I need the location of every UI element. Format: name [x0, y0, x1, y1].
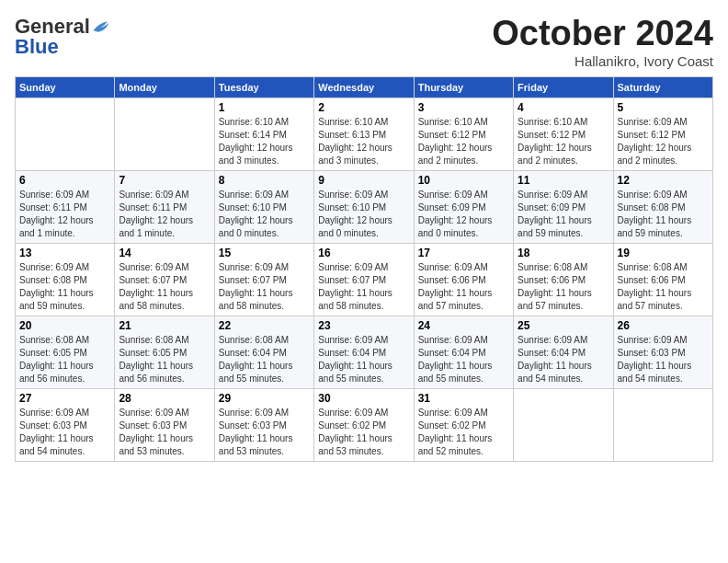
day-info: Sunrise: 6:09 AMSunset: 6:04 PMDaylight:…: [318, 334, 409, 385]
calendar-cell: 6Sunrise: 6:09 AMSunset: 6:11 PMDaylight…: [16, 170, 115, 243]
day-info: Sunrise: 6:09 AMSunset: 6:07 PMDaylight:…: [219, 261, 310, 313]
weekday-header-sunday: Sunday: [16, 76, 115, 98]
day-info: Sunrise: 6:08 AMSunset: 6:05 PMDaylight:…: [19, 334, 110, 385]
calendar-cell: [613, 388, 712, 461]
day-number: 30: [318, 392, 409, 405]
day-info: Sunrise: 6:09 AMSunset: 6:08 PMDaylight:…: [618, 189, 709, 240]
day-number: 3: [418, 101, 509, 114]
day-number: 13: [19, 247, 110, 259]
calendar-cell: 8Sunrise: 6:09 AMSunset: 6:10 PMDaylight…: [214, 170, 313, 243]
calendar-cell: 3Sunrise: 6:10 AMSunset: 6:12 PMDaylight…: [414, 98, 513, 170]
day-number: 7: [119, 174, 210, 187]
day-number: 5: [618, 101, 709, 114]
day-info: Sunrise: 6:09 AMSunset: 6:11 PMDaylight:…: [19, 189, 110, 240]
logo-bird-icon: [92, 17, 110, 36]
logo-blue-text: Blue: [15, 35, 59, 59]
calendar-cell: 13Sunrise: 6:09 AMSunset: 6:08 PMDayligh…: [16, 243, 115, 316]
day-info: Sunrise: 6:08 AMSunset: 6:04 PMDaylight:…: [219, 334, 310, 385]
day-info: Sunrise: 6:09 AMSunset: 6:09 PMDaylight:…: [418, 189, 509, 240]
day-number: 2: [318, 101, 409, 114]
logo: General Blue: [15, 15, 110, 59]
calendar-week-row: 20Sunrise: 6:08 AMSunset: 6:05 PMDayligh…: [16, 316, 713, 388]
day-number: 16: [318, 247, 409, 259]
day-info: Sunrise: 6:09 AMSunset: 6:04 PMDaylight:…: [418, 334, 509, 385]
day-info: Sunrise: 6:09 AMSunset: 6:07 PMDaylight:…: [318, 261, 409, 313]
day-info: Sunrise: 6:08 AMSunset: 6:05 PMDaylight:…: [119, 334, 210, 385]
day-info: Sunrise: 6:09 AMSunset: 6:11 PMDaylight:…: [119, 189, 210, 240]
day-info: Sunrise: 6:09 AMSunset: 6:06 PMDaylight:…: [418, 261, 509, 313]
day-number: 11: [518, 174, 609, 187]
calendar-cell: 12Sunrise: 6:09 AMSunset: 6:08 PMDayligh…: [613, 170, 712, 243]
calendar-table: SundayMondayTuesdayWednesdayThursdayFrid…: [15, 76, 713, 462]
day-info: Sunrise: 6:09 AMSunset: 6:03 PMDaylight:…: [219, 407, 310, 458]
day-info: Sunrise: 6:09 AMSunset: 6:08 PMDaylight:…: [19, 261, 110, 313]
calendar-cell: 17Sunrise: 6:09 AMSunset: 6:06 PMDayligh…: [414, 243, 513, 316]
day-number: 23: [318, 319, 409, 332]
month-title: October 2024: [492, 15, 713, 53]
day-info: Sunrise: 6:09 AMSunset: 6:03 PMDaylight:…: [119, 407, 210, 458]
day-number: 17: [418, 247, 509, 259]
day-number: 25: [518, 319, 609, 332]
calendar-week-row: 13Sunrise: 6:09 AMSunset: 6:08 PMDayligh…: [16, 243, 713, 316]
day-info: Sunrise: 6:09 AMSunset: 6:10 PMDaylight:…: [318, 189, 409, 240]
weekday-header-saturday: Saturday: [613, 76, 712, 98]
day-number: 18: [518, 247, 609, 259]
day-info: Sunrise: 6:09 AMSunset: 6:10 PMDaylight:…: [219, 189, 310, 240]
day-info: Sunrise: 6:08 AMSunset: 6:06 PMDaylight:…: [518, 261, 609, 313]
calendar-cell: 9Sunrise: 6:09 AMSunset: 6:10 PMDaylight…: [314, 170, 414, 243]
day-number: 15: [219, 247, 310, 259]
day-info: Sunrise: 6:10 AMSunset: 6:13 PMDaylight:…: [318, 116, 409, 167]
weekday-header-tuesday: Tuesday: [214, 76, 313, 98]
calendar-cell: 29Sunrise: 6:09 AMSunset: 6:03 PMDayligh…: [214, 388, 313, 461]
calendar-cell: 19Sunrise: 6:08 AMSunset: 6:06 PMDayligh…: [613, 243, 712, 316]
calendar-week-row: 27Sunrise: 6:09 AMSunset: 6:03 PMDayligh…: [16, 388, 713, 461]
calendar-cell: 27Sunrise: 6:09 AMSunset: 6:03 PMDayligh…: [16, 388, 115, 461]
day-number: 12: [618, 174, 709, 187]
calendar-cell: 21Sunrise: 6:08 AMSunset: 6:05 PMDayligh…: [115, 316, 214, 388]
day-number: 6: [19, 174, 110, 187]
calendar-cell: [514, 388, 613, 461]
calendar-cell: 23Sunrise: 6:09 AMSunset: 6:04 PMDayligh…: [314, 316, 414, 388]
day-info: Sunrise: 6:09 AMSunset: 6:09 PMDaylight:…: [518, 189, 609, 240]
weekday-header-monday: Monday: [115, 76, 214, 98]
title-block: October 2024 Hallanikro, Ivory Coast: [492, 15, 713, 69]
day-number: 14: [119, 247, 210, 259]
day-number: 20: [19, 319, 110, 332]
page-header: General Blue October 2024 Hallanikro, Iv…: [15, 15, 713, 69]
day-info: Sunrise: 6:10 AMSunset: 6:12 PMDaylight:…: [518, 116, 609, 167]
calendar-cell: 4Sunrise: 6:10 AMSunset: 6:12 PMDaylight…: [514, 98, 613, 170]
calendar-cell: 18Sunrise: 6:08 AMSunset: 6:06 PMDayligh…: [514, 243, 613, 316]
day-number: 1: [219, 101, 310, 114]
calendar-cell: 22Sunrise: 6:08 AMSunset: 6:04 PMDayligh…: [214, 316, 313, 388]
weekday-header-thursday: Thursday: [414, 76, 513, 98]
location-subtitle: Hallanikro, Ivory Coast: [492, 53, 713, 69]
calendar-cell: 16Sunrise: 6:09 AMSunset: 6:07 PMDayligh…: [314, 243, 414, 316]
day-info: Sunrise: 6:08 AMSunset: 6:06 PMDaylight:…: [618, 261, 709, 313]
day-info: Sunrise: 6:10 AMSunset: 6:12 PMDaylight:…: [418, 116, 509, 167]
calendar-cell: 10Sunrise: 6:09 AMSunset: 6:09 PMDayligh…: [414, 170, 513, 243]
weekday-header-wednesday: Wednesday: [314, 76, 414, 98]
calendar-cell: 1Sunrise: 6:10 AMSunset: 6:14 PMDaylight…: [214, 98, 313, 170]
calendar-cell: 2Sunrise: 6:10 AMSunset: 6:13 PMDaylight…: [314, 98, 414, 170]
day-number: 8: [219, 174, 310, 187]
calendar-cell: 11Sunrise: 6:09 AMSunset: 6:09 PMDayligh…: [514, 170, 613, 243]
day-number: 26: [618, 319, 709, 332]
day-info: Sunrise: 6:09 AMSunset: 6:02 PMDaylight:…: [318, 407, 409, 458]
day-number: 19: [618, 247, 709, 259]
day-info: Sunrise: 6:09 AMSunset: 6:12 PMDaylight:…: [618, 116, 709, 167]
day-number: 29: [219, 392, 310, 405]
day-info: Sunrise: 6:09 AMSunset: 6:04 PMDaylight:…: [518, 334, 609, 385]
calendar-cell: 15Sunrise: 6:09 AMSunset: 6:07 PMDayligh…: [214, 243, 313, 316]
calendar-cell: 25Sunrise: 6:09 AMSunset: 6:04 PMDayligh…: [514, 316, 613, 388]
calendar-cell: 14Sunrise: 6:09 AMSunset: 6:07 PMDayligh…: [115, 243, 214, 316]
day-number: 24: [418, 319, 509, 332]
calendar-cell: 26Sunrise: 6:09 AMSunset: 6:03 PMDayligh…: [613, 316, 712, 388]
day-info: Sunrise: 6:09 AMSunset: 6:03 PMDaylight:…: [19, 407, 110, 458]
calendar-cell: 24Sunrise: 6:09 AMSunset: 6:04 PMDayligh…: [414, 316, 513, 388]
calendar-week-row: 6Sunrise: 6:09 AMSunset: 6:11 PMDaylight…: [16, 170, 713, 243]
calendar-cell: 5Sunrise: 6:09 AMSunset: 6:12 PMDaylight…: [613, 98, 712, 170]
calendar-cell: [115, 98, 214, 170]
calendar-cell: 28Sunrise: 6:09 AMSunset: 6:03 PMDayligh…: [115, 388, 214, 461]
day-info: Sunrise: 6:10 AMSunset: 6:14 PMDaylight:…: [219, 116, 310, 167]
calendar-cell: 31Sunrise: 6:09 AMSunset: 6:02 PMDayligh…: [414, 388, 513, 461]
